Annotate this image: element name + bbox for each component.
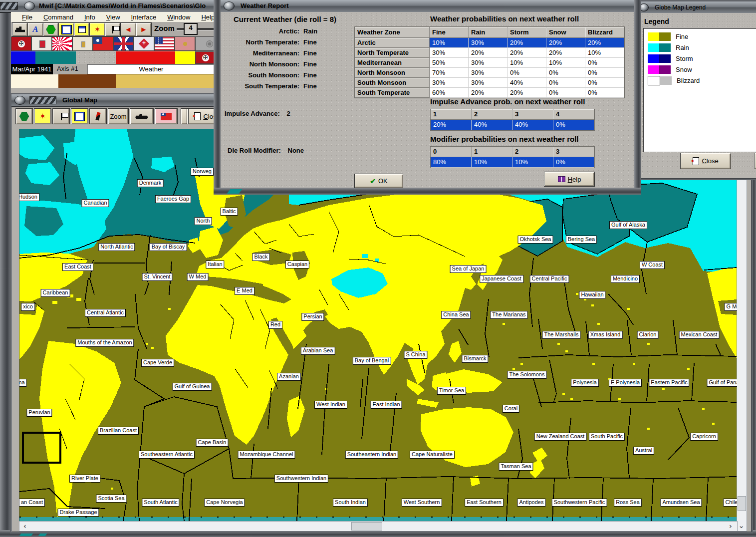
probability-cell[interactable]: 30%: [469, 78, 507, 88]
map-zoom-button[interactable]: Zoom: [108, 108, 129, 124]
probability-cell[interactable]: 20%: [507, 38, 546, 48]
zone-row-header[interactable]: North Temperate: [355, 48, 430, 58]
probability-cell[interactable]: 10%: [507, 58, 546, 68]
v-scroll-thumb[interactable]: [738, 496, 746, 511]
probability-cell[interactable]: 30%: [469, 68, 507, 78]
menu-item-info[interactable]: Info: [84, 13, 95, 21]
impulse-button[interactable]: [89, 22, 105, 36]
legend-close-button[interactable]: Close: [680, 153, 731, 169]
legend-titlebar[interactable]: Globe Map Legend: [636, 1, 756, 14]
menu-item-interface[interactable]: Interface: [131, 13, 157, 21]
probability-cell[interactable]: 40%: [507, 78, 546, 88]
menu-item-command[interactable]: Command: [43, 13, 73, 21]
naval-button[interactable]: [130, 108, 154, 124]
mini-value-cell[interactable]: 0%: [553, 120, 594, 130]
scroll-down-icon[interactable]: ⌄: [737, 522, 746, 530]
flag-vichy[interactable]: [72, 36, 93, 51]
hex-info-button[interactable]: [43, 22, 59, 36]
probability-cell[interactable]: 20%: [469, 88, 507, 98]
probability-cell[interactable]: 10%: [430, 38, 469, 48]
help-button[interactable]: Help: [544, 172, 595, 187]
probability-cell[interactable]: 0%: [585, 88, 624, 98]
annotate-button[interactable]: [27, 22, 43, 36]
map-horizontal-scrollbar[interactable]: ‹ ›: [19, 521, 738, 532]
probability-cell[interactable]: 0%: [585, 68, 624, 78]
main-window-titlebar[interactable]: Mwif [C:\Matrix Games\World in Flames\Sc…: [0, 0, 216, 13]
flag-ussr[interactable]: [175, 36, 195, 51]
modifier-probability-table[interactable]: 012380%10%10%0%: [430, 146, 595, 168]
legend-item-fine[interactable]: Fine: [648, 31, 756, 41]
window-knob-icon[interactable]: [224, 1, 235, 10]
probability-cell[interactable]: 20%: [469, 48, 507, 58]
mini-value-cell[interactable]: 40%: [472, 120, 512, 130]
weather-dialog-titlebar[interactable]: Weather Report: [221, 0, 634, 13]
scroll-right-icon[interactable]: ›: [727, 522, 734, 530]
menu-item-window[interactable]: Window: [167, 13, 190, 21]
previous-button[interactable]: [120, 22, 136, 36]
probability-cell[interactable]: 30%: [469, 38, 507, 48]
zone-row-header[interactable]: South Temperate: [355, 88, 430, 98]
legend-item-storm[interactable]: Storm: [648, 53, 756, 63]
weather-button[interactable]: [34, 108, 51, 124]
scroll-left-icon[interactable]: ‹: [21, 522, 28, 530]
china-flag-button[interactable]: [155, 108, 178, 124]
probability-cell[interactable]: 70%: [430, 68, 469, 78]
probability-cell[interactable]: 20%: [546, 48, 585, 58]
flag-uk[interactable]: [113, 36, 134, 51]
menu-item-help[interactable]: Help: [201, 13, 215, 21]
mini-value-cell[interactable]: 10%: [512, 157, 553, 168]
flag-japan[interactable]: [52, 36, 72, 51]
probability-cell[interactable]: 0%: [507, 68, 546, 78]
probability-cell[interactable]: 60%: [430, 88, 469, 98]
probability-cell[interactable]: 20%: [585, 38, 624, 48]
next-button[interactable]: [136, 22, 152, 36]
ok-button[interactable]: OK: [354, 174, 403, 188]
rail-move-button[interactable]: [12, 22, 28, 36]
probability-cell[interactable]: 10%: [585, 48, 624, 58]
zoom-slider-thumb[interactable]: 4: [184, 23, 198, 35]
window-knob-icon[interactable]: [14, 96, 25, 105]
zone-row-header[interactable]: Mediterranean: [355, 58, 430, 68]
probability-cell[interactable]: 0%: [585, 58, 624, 68]
legend-item-rain[interactable]: Rain: [648, 42, 756, 52]
mini-value-cell[interactable]: 40%: [512, 120, 553, 130]
legend-item-blizzard[interactable]: Blizzard: [648, 75, 756, 85]
counter-view-button[interactable]: [71, 108, 88, 124]
probability-cell[interactable]: 10%: [546, 58, 585, 68]
probability-cell[interactable]: 0%: [546, 88, 585, 98]
flag-usa[interactable]: [154, 36, 175, 51]
zone-row-header[interactable]: Arctic: [355, 38, 430, 48]
legend-item-snow[interactable]: Snow: [648, 64, 756, 74]
probability-cell[interactable]: 0%: [585, 78, 624, 88]
window-knob-icon[interactable]: [24, 1, 35, 10]
menu-item-view[interactable]: View: [106, 13, 120, 21]
flag-china[interactable]: [93, 36, 113, 51]
phase-dropdown[interactable]: Weather: [87, 64, 216, 74]
flag-tool-button[interactable]: [105, 22, 121, 36]
zone-row-header[interactable]: South Monsoon: [355, 78, 430, 88]
probability-cell[interactable]: 30%: [469, 58, 507, 68]
probability-cell[interactable]: 0%: [546, 68, 585, 78]
probability-cell[interactable]: 0%: [546, 78, 585, 88]
menu-item-file[interactable]: File: [22, 13, 32, 21]
impulse-probability-table[interactable]: 123420%40%40%0%: [430, 109, 595, 131]
weather-probability-table[interactable]: Weather ZoneFineRainStormSnowBlizzardArc…: [354, 26, 625, 98]
mini-value-cell[interactable]: 20%: [431, 120, 472, 130]
probability-cell[interactable]: 50%: [430, 58, 469, 68]
flag-neutral[interactable]: [195, 36, 216, 51]
probability-cell[interactable]: 30%: [430, 48, 469, 58]
probability-cell[interactable]: 30%: [430, 78, 469, 88]
zone-row-header[interactable]: North Monsoon: [355, 68, 430, 78]
marker-button[interactable]: [89, 108, 107, 124]
h-scroll-thumb[interactable]: [351, 522, 382, 531]
flag-germany[interactable]: [11, 36, 31, 51]
flag-freefrance[interactable]: [134, 36, 154, 51]
probability-cell[interactable]: 20%: [507, 48, 546, 58]
turn-display-button[interactable]: [74, 22, 90, 36]
legend-partial-button[interactable]: [754, 153, 756, 169]
flag-italy[interactable]: [31, 36, 52, 51]
map-vertical-scrollbar[interactable]: ⌄: [737, 129, 747, 532]
legend-listbox[interactable]: FineRainStormSnowBlizzard: [643, 28, 756, 152]
mini-value-cell[interactable]: 10%: [472, 157, 512, 168]
mini-value-cell[interactable]: 80%: [431, 157, 472, 168]
